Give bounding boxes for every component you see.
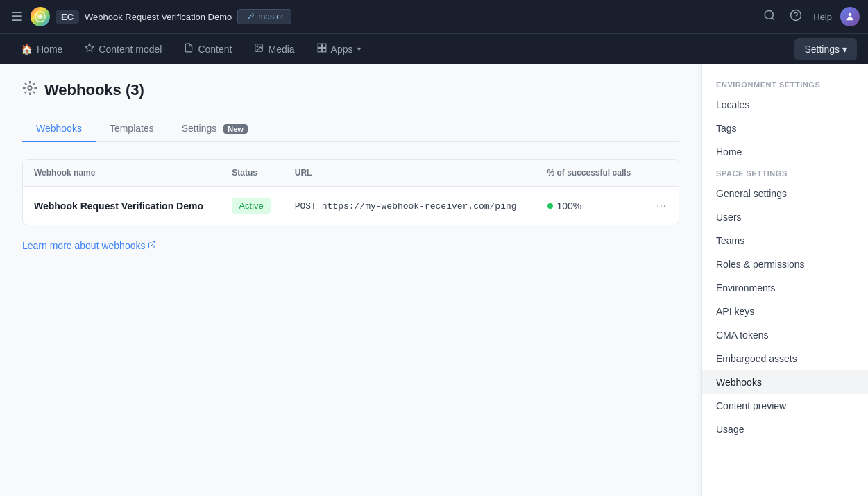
svg-rect-9 — [318, 44, 321, 47]
env-settings-section-label: Environment settings — [702, 75, 868, 93]
row-more-icon[interactable]: ⋯ — [656, 200, 666, 212]
content-model-icon — [85, 43, 94, 55]
topbar-left: ☰ EC Webhook Request Verification Demo ⎇… — [8, 6, 755, 27]
svg-rect-12 — [322, 49, 325, 52]
col-actions — [645, 160, 679, 187]
apps-chevron-icon: ▾ — [357, 45, 361, 53]
nav-home-label: Home — [37, 44, 62, 55]
nav-content[interactable]: Content — [174, 37, 241, 60]
table-row: Webhook Request Verification Demo Active… — [23, 187, 679, 225]
webhook-name-cell: Webhook Request Verification Demo — [23, 187, 221, 225]
nav-apps[interactable]: Apps ▾ — [307, 37, 371, 60]
svg-point-2 — [39, 15, 41, 17]
settings-chevron-icon: ▾ — [842, 44, 847, 55]
page-area: Webhooks (3) Webhooks Templates Settings… — [0, 64, 701, 496]
nav-home[interactable]: 🏠 Home — [11, 38, 72, 60]
row-actions-cell: ⋯ — [645, 187, 679, 225]
topbar-right: Help — [760, 6, 860, 28]
settings-item-api-keys[interactable]: API keys — [702, 300, 868, 323]
settings-label: Settings — [804, 44, 840, 55]
settings-item-environments[interactable]: Environments — [702, 276, 868, 300]
url-cell: POST https://my-webhook-receiver.com/pin… — [284, 187, 536, 225]
help-label[interactable]: Help — [813, 12, 832, 22]
svg-point-6 — [849, 13, 852, 17]
learn-more-link[interactable]: Learn more about webhooks — [22, 240, 156, 251]
svg-rect-11 — [318, 49, 321, 52]
tab-webhooks[interactable]: Webhooks — [22, 116, 96, 142]
success-rate-value: 100% — [557, 200, 582, 212]
learn-more-label: Learn more about webhooks — [22, 240, 145, 251]
secondary-nav: 🏠 Home Content model Content Media Apps … — [0, 33, 868, 64]
settings-item-cma-tokens[interactable]: CMA tokens — [702, 323, 868, 347]
branch-badge[interactable]: ⎇ master — [237, 9, 291, 24]
home-icon: 🏠 — [21, 44, 33, 55]
nav-content-model[interactable]: Content model — [75, 37, 171, 60]
tab-webhooks-label: Webhooks — [36, 123, 82, 134]
hamburger-icon[interactable]: ☰ — [8, 6, 25, 27]
table-header-row: Webhook name Status URL % of successful … — [23, 160, 679, 187]
contentful-logo — [31, 7, 50, 26]
webhooks-table-container: Webhook name Status URL % of successful … — [22, 159, 679, 225]
col-url: URL — [284, 160, 536, 187]
user-avatar[interactable] — [840, 7, 860, 26]
settings-menu-button[interactable]: Settings ▾ — [794, 38, 857, 60]
col-success-rate: % of successful calls — [536, 160, 646, 187]
success-dot — [547, 203, 553, 209]
main-content: Webhooks (3) Webhooks Templates Settings… — [0, 64, 868, 496]
settings-item-tags[interactable]: Tags — [702, 117, 868, 140]
settings-item-usage[interactable]: Usage — [702, 418, 868, 441]
topbar: ☰ EC Webhook Request Verification Demo ⎇… — [0, 0, 868, 33]
settings-item-teams[interactable]: Teams — [702, 229, 868, 253]
settings-item-roles[interactable]: Roles & permissions — [702, 253, 868, 276]
settings-item-locales[interactable]: Locales — [702, 93, 868, 117]
success-rate: 100% — [547, 200, 635, 212]
settings-item-webhooks[interactable]: Webhooks — [702, 370, 868, 394]
nav-media-label: Media — [268, 44, 294, 55]
settings-item-content-preview[interactable]: Content preview — [702, 394, 868, 418]
tab-templates[interactable]: Templates — [96, 116, 168, 142]
webhooks-table: Webhook name Status URL % of successful … — [23, 160, 679, 225]
external-link-icon — [148, 240, 156, 251]
page-header: Webhooks (3) — [22, 80, 679, 99]
nav-media[interactable]: Media — [244, 37, 304, 60]
col-status: Status — [221, 160, 283, 187]
settings-new-badge: New — [223, 124, 248, 134]
nav-apps-label: Apps — [331, 44, 353, 55]
svg-point-13 — [28, 86, 32, 90]
project-name: Webhook Request Verification Demo — [85, 12, 232, 22]
nav-content-label: Content — [198, 44, 232, 55]
page-title: Webhooks (3) — [44, 81, 144, 99]
webhook-name: Webhook Request Verification Demo — [34, 200, 203, 212]
media-icon — [254, 43, 264, 55]
apps-icon — [317, 43, 327, 55]
settings-item-general[interactable]: General settings — [702, 182, 868, 205]
svg-point-8 — [257, 46, 259, 47]
settings-item-home[interactable]: Home — [702, 140, 868, 164]
svg-point-3 — [765, 10, 774, 19]
success-rate-cell: 100% — [536, 187, 646, 225]
tabs: Webhooks Templates Settings New — [22, 116, 679, 142]
settings-item-embargoed[interactable]: Embargoed assets — [702, 347, 868, 370]
help-icon[interactable] — [787, 6, 805, 28]
settings-panel: Environment settings Locales Tags Home S… — [701, 64, 868, 496]
tab-settings-label: Settings — [182, 123, 217, 134]
space-settings-section-label: Space settings — [702, 164, 868, 182]
webhook-url: POST https://my-webhook-receiver.com/pin… — [295, 201, 517, 212]
space-badge[interactable]: EC — [56, 10, 79, 24]
status-badge: Active — [232, 198, 270, 214]
branch-label: master — [258, 12, 284, 22]
nav-content-model-label: Content model — [99, 44, 162, 55]
tab-templates-label: Templates — [110, 123, 154, 134]
svg-line-14 — [151, 242, 155, 246]
col-webhook-name: Webhook name — [23, 160, 221, 187]
search-icon[interactable] — [760, 6, 778, 28]
tab-settings[interactable]: Settings New — [168, 116, 262, 142]
content-icon — [184, 43, 194, 55]
settings-item-users[interactable]: Users — [702, 205, 868, 229]
webhooks-page-icon — [22, 80, 37, 99]
svg-rect-10 — [322, 44, 325, 47]
status-cell: Active — [221, 187, 283, 225]
branch-icon: ⎇ — [245, 12, 255, 22]
